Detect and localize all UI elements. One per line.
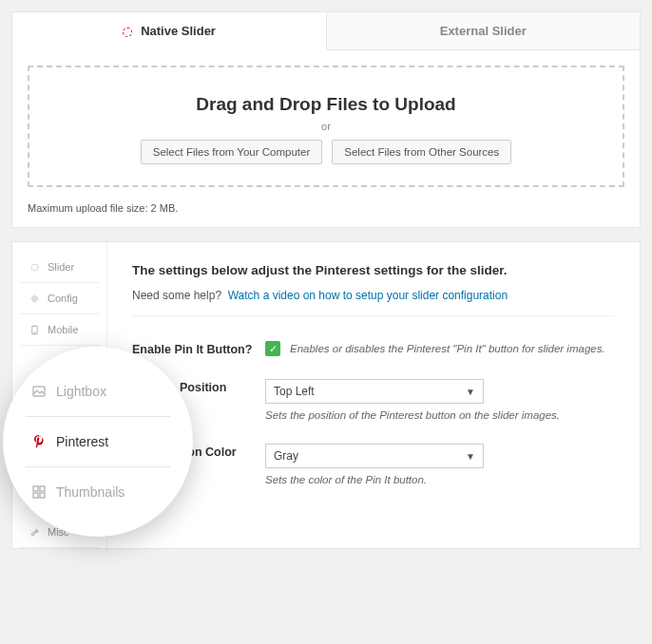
tab-label: Native Slider [141,24,216,38]
help-video-link[interactable]: Watch a video on how to setup your slide… [228,289,508,302]
mobile-icon [29,325,40,335]
magnify-item-pinterest[interactable]: Pinterest [26,417,170,467]
enable-desc: Enables or disables the Pinterest "Pin I… [290,343,605,354]
sidebar-label: Mobile [48,324,78,335]
sidebar-item-config[interactable]: Config [20,283,99,314]
button-color-select[interactable]: Gray ▼ [265,444,484,468]
chevron-down-icon: ▼ [466,387,475,397]
position-value: Top Left [274,385,315,398]
magnify-label: Thumbnails [56,484,125,500]
svg-rect-5 [33,486,38,491]
tab-external-slider[interactable]: External Slider [326,12,641,50]
tab-native-slider[interactable]: Native Slider [12,12,326,50]
dropzone-buttons: Select Files from Your Computer Select F… [41,140,611,164]
lightbox-icon [31,384,47,399]
wrench-icon [29,527,40,538]
sidebar-label: Slider [48,261,74,273]
magnify-label: Pinterest [56,434,108,449]
select-files-other-button[interactable]: Select Files from Other Sources [332,140,511,164]
svg-rect-8 [40,493,45,498]
enable-pin-it-checkbox[interactable]: ✓ [265,341,280,356]
sidebar-label: Config [48,293,78,304]
dropzone[interactable]: Drag and Drop Files to Upload or Select … [28,66,624,187]
svg-point-0 [31,264,38,271]
color-value: Gray [274,449,298,463]
svg-rect-7 [33,493,38,498]
magnify-item-thumbnails[interactable]: Thumbnails [26,467,170,517]
position-desc: Sets the position of the Pinterest butto… [265,409,615,421]
enable-label: Enable Pin It Button? [132,341,265,356]
slider-icon [29,262,40,273]
pinterest-icon [31,434,47,449]
svg-point-1 [33,296,36,299]
settings-content: The settings below adjust the Pinterest … [107,242,640,548]
upload-panel: Native Slider External Slider Drag and D… [11,11,641,228]
help-prefix: Need some help? [132,289,221,302]
svg-point-3 [34,331,35,332]
slider-type-tabs: Native Slider External Slider [12,12,640,50]
max-upload-size: Maximum upload file size: 2 MB. [12,195,640,227]
svg-rect-6 [40,486,45,491]
magnifier-overlay: Lightbox Pinterest Thumbnails [3,347,193,537]
row-enable-pin-it: Enable Pin It Button? ✓ Enables or disab… [132,341,615,356]
thumbnails-icon [31,484,47,500]
dropzone-headline: Drag and Drop Files to Upload [41,94,611,115]
sidebar-item-slider[interactable]: Slider [20,252,99,283]
settings-panel: Slider Config Mobile Misc The settings b… [11,241,641,549]
help-line: Need some help? Watch a video on how to … [132,289,615,302]
dropzone-wrapper: Drag and Drop Files to Upload or Select … [12,50,640,195]
row-position: Position Top Left ▼ Sets the position of… [132,379,615,421]
row-button-color: tton Color Gray ▼ Sets the color of the … [132,444,615,485]
sidebar-item-mobile[interactable]: Mobile [20,314,99,346]
settings-heading: The settings below adjust the Pinterest … [132,263,615,277]
spinner-icon [123,28,132,37]
gear-icon [29,294,40,304]
chevron-down-icon: ▼ [466,451,475,462]
position-select[interactable]: Top Left ▼ [265,379,484,404]
tab-label: External Slider [440,24,527,38]
dropzone-or: or [41,121,611,132]
magnify-label: Lightbox [56,384,106,399]
divider [132,315,615,316]
color-desc: Sets the color of the Pin It button. [265,474,615,485]
select-files-computer-button[interactable]: Select Files from Your Computer [141,140,323,164]
magnify-item-lightbox[interactable]: Lightbox [26,367,170,417]
